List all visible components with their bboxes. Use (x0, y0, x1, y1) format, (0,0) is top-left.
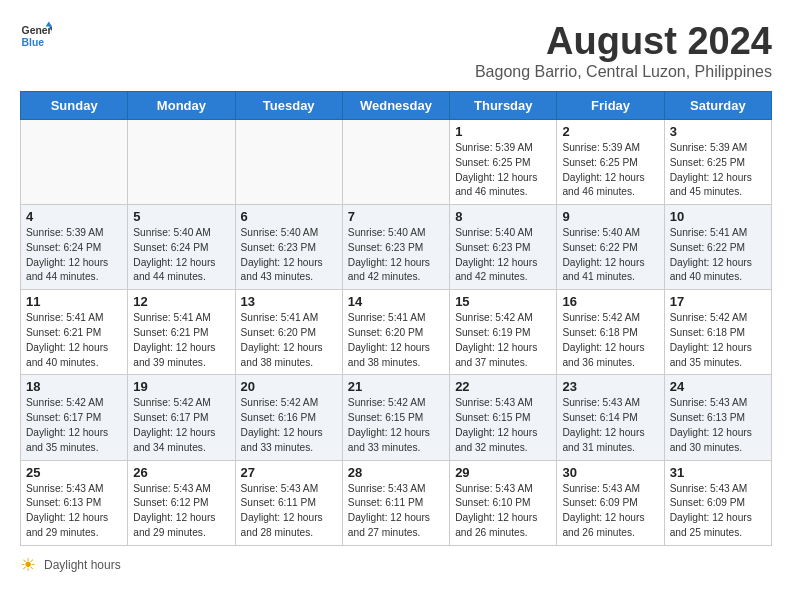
column-header-saturday: Saturday (664, 92, 771, 120)
column-header-thursday: Thursday (450, 92, 557, 120)
calendar-cell: 20Sunrise: 5:42 AM Sunset: 6:16 PM Dayli… (235, 375, 342, 460)
svg-text:Blue: Blue (22, 37, 45, 48)
day-number: 13 (241, 294, 337, 309)
calendar-cell: 18Sunrise: 5:42 AM Sunset: 6:17 PM Dayli… (21, 375, 128, 460)
week-row-3: 11Sunrise: 5:41 AM Sunset: 6:21 PM Dayli… (21, 290, 772, 375)
day-number: 9 (562, 209, 658, 224)
calendar-cell (128, 120, 235, 205)
day-info: Sunrise: 5:41 AM Sunset: 6:21 PM Dayligh… (26, 311, 122, 370)
calendar-cell: 24Sunrise: 5:43 AM Sunset: 6:13 PM Dayli… (664, 375, 771, 460)
day-number: 18 (26, 379, 122, 394)
page-header: General Blue August 2024 Bagong Barrio, … (20, 20, 772, 81)
day-number: 26 (133, 465, 229, 480)
day-info: Sunrise: 5:40 AM Sunset: 6:23 PM Dayligh… (348, 226, 444, 285)
day-info: Sunrise: 5:41 AM Sunset: 6:22 PM Dayligh… (670, 226, 766, 285)
day-info: Sunrise: 5:43 AM Sunset: 6:10 PM Dayligh… (455, 482, 551, 541)
day-number: 20 (241, 379, 337, 394)
week-row-5: 25Sunrise: 5:43 AM Sunset: 6:13 PM Dayli… (21, 460, 772, 545)
day-info: Sunrise: 5:43 AM Sunset: 6:11 PM Dayligh… (348, 482, 444, 541)
calendar-cell: 27Sunrise: 5:43 AM Sunset: 6:11 PM Dayli… (235, 460, 342, 545)
calendar-cell (21, 120, 128, 205)
month-year-title: August 2024 (475, 20, 772, 63)
calendar-cell: 17Sunrise: 5:42 AM Sunset: 6:18 PM Dayli… (664, 290, 771, 375)
calendar-cell: 19Sunrise: 5:42 AM Sunset: 6:17 PM Dayli… (128, 375, 235, 460)
calendar-cell: 1Sunrise: 5:39 AM Sunset: 6:25 PM Daylig… (450, 120, 557, 205)
day-info: Sunrise: 5:41 AM Sunset: 6:20 PM Dayligh… (241, 311, 337, 370)
day-info: Sunrise: 5:43 AM Sunset: 6:11 PM Dayligh… (241, 482, 337, 541)
day-info: Sunrise: 5:41 AM Sunset: 6:20 PM Dayligh… (348, 311, 444, 370)
day-info: Sunrise: 5:39 AM Sunset: 6:24 PM Dayligh… (26, 226, 122, 285)
day-number: 6 (241, 209, 337, 224)
logo-icon: General Blue (20, 20, 52, 52)
day-number: 5 (133, 209, 229, 224)
calendar-cell: 28Sunrise: 5:43 AM Sunset: 6:11 PM Dayli… (342, 460, 449, 545)
day-info: Sunrise: 5:42 AM Sunset: 6:17 PM Dayligh… (133, 396, 229, 455)
column-header-monday: Monday (128, 92, 235, 120)
day-info: Sunrise: 5:42 AM Sunset: 6:18 PM Dayligh… (562, 311, 658, 370)
day-number: 1 (455, 124, 551, 139)
day-info: Sunrise: 5:43 AM Sunset: 6:12 PM Dayligh… (133, 482, 229, 541)
day-info: Sunrise: 5:39 AM Sunset: 6:25 PM Dayligh… (670, 141, 766, 200)
calendar-cell: 31Sunrise: 5:43 AM Sunset: 6:09 PM Dayli… (664, 460, 771, 545)
day-number: 11 (26, 294, 122, 309)
day-info: Sunrise: 5:40 AM Sunset: 6:23 PM Dayligh… (455, 226, 551, 285)
calendar-cell: 8Sunrise: 5:40 AM Sunset: 6:23 PM Daylig… (450, 205, 557, 290)
calendar-cell: 3Sunrise: 5:39 AM Sunset: 6:25 PM Daylig… (664, 120, 771, 205)
calendar-cell: 7Sunrise: 5:40 AM Sunset: 6:23 PM Daylig… (342, 205, 449, 290)
column-header-sunday: Sunday (21, 92, 128, 120)
day-number: 23 (562, 379, 658, 394)
day-info: Sunrise: 5:40 AM Sunset: 6:24 PM Dayligh… (133, 226, 229, 285)
day-info: Sunrise: 5:43 AM Sunset: 6:15 PM Dayligh… (455, 396, 551, 455)
day-info: Sunrise: 5:42 AM Sunset: 6:15 PM Dayligh… (348, 396, 444, 455)
day-number: 19 (133, 379, 229, 394)
day-info: Sunrise: 5:40 AM Sunset: 6:22 PM Dayligh… (562, 226, 658, 285)
day-number: 3 (670, 124, 766, 139)
location-subtitle: Bagong Barrio, Central Luzon, Philippine… (475, 63, 772, 81)
day-number: 2 (562, 124, 658, 139)
day-number: 30 (562, 465, 658, 480)
day-info: Sunrise: 5:39 AM Sunset: 6:25 PM Dayligh… (562, 141, 658, 200)
column-header-friday: Friday (557, 92, 664, 120)
calendar-cell: 15Sunrise: 5:42 AM Sunset: 6:19 PM Dayli… (450, 290, 557, 375)
footer-note: ☀ Daylight hours (20, 554, 772, 576)
svg-marker-2 (46, 22, 52, 27)
day-info: Sunrise: 5:42 AM Sunset: 6:17 PM Dayligh… (26, 396, 122, 455)
calendar-cell: 25Sunrise: 5:43 AM Sunset: 6:13 PM Dayli… (21, 460, 128, 545)
calendar-cell: 29Sunrise: 5:43 AM Sunset: 6:10 PM Dayli… (450, 460, 557, 545)
day-number: 10 (670, 209, 766, 224)
calendar-cell: 13Sunrise: 5:41 AM Sunset: 6:20 PM Dayli… (235, 290, 342, 375)
svg-text:General: General (22, 25, 52, 36)
day-info: Sunrise: 5:42 AM Sunset: 6:19 PM Dayligh… (455, 311, 551, 370)
day-number: 21 (348, 379, 444, 394)
week-row-2: 4Sunrise: 5:39 AM Sunset: 6:24 PM Daylig… (21, 205, 772, 290)
day-number: 28 (348, 465, 444, 480)
calendar-cell: 6Sunrise: 5:40 AM Sunset: 6:23 PM Daylig… (235, 205, 342, 290)
calendar-cell: 14Sunrise: 5:41 AM Sunset: 6:20 PM Dayli… (342, 290, 449, 375)
day-number: 15 (455, 294, 551, 309)
calendar-cell: 21Sunrise: 5:42 AM Sunset: 6:15 PM Dayli… (342, 375, 449, 460)
calendar-cell: 22Sunrise: 5:43 AM Sunset: 6:15 PM Dayli… (450, 375, 557, 460)
day-number: 29 (455, 465, 551, 480)
day-info: Sunrise: 5:43 AM Sunset: 6:09 PM Dayligh… (670, 482, 766, 541)
day-number: 16 (562, 294, 658, 309)
day-number: 14 (348, 294, 444, 309)
day-info: Sunrise: 5:43 AM Sunset: 6:09 PM Dayligh… (562, 482, 658, 541)
day-number: 4 (26, 209, 122, 224)
calendar-cell: 11Sunrise: 5:41 AM Sunset: 6:21 PM Dayli… (21, 290, 128, 375)
day-info: Sunrise: 5:43 AM Sunset: 6:14 PM Dayligh… (562, 396, 658, 455)
calendar-cell (235, 120, 342, 205)
calendar-cell: 4Sunrise: 5:39 AM Sunset: 6:24 PM Daylig… (21, 205, 128, 290)
day-number: 8 (455, 209, 551, 224)
calendar-table: SundayMondayTuesdayWednesdayThursdayFrid… (20, 91, 772, 546)
day-number: 24 (670, 379, 766, 394)
day-number: 7 (348, 209, 444, 224)
column-header-tuesday: Tuesday (235, 92, 342, 120)
day-number: 27 (241, 465, 337, 480)
column-header-wednesday: Wednesday (342, 92, 449, 120)
week-row-4: 18Sunrise: 5:42 AM Sunset: 6:17 PM Dayli… (21, 375, 772, 460)
calendar-cell: 12Sunrise: 5:41 AM Sunset: 6:21 PM Dayli… (128, 290, 235, 375)
calendar-cell: 26Sunrise: 5:43 AM Sunset: 6:12 PM Dayli… (128, 460, 235, 545)
logo: General Blue (20, 20, 52, 52)
day-info: Sunrise: 5:41 AM Sunset: 6:21 PM Dayligh… (133, 311, 229, 370)
day-info: Sunrise: 5:42 AM Sunset: 6:18 PM Dayligh… (670, 311, 766, 370)
